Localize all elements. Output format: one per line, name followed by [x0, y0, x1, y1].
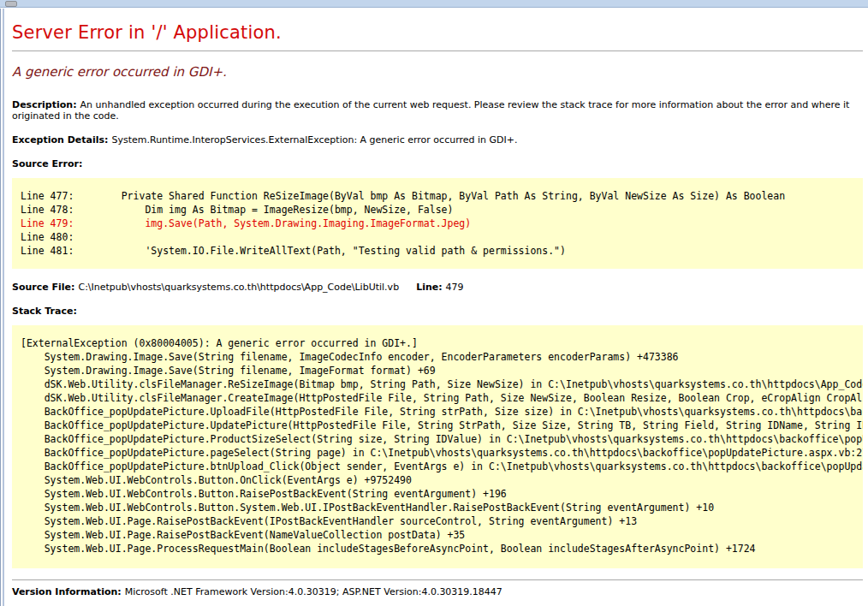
asp-net-error-page: Server Error in '/' Application. A gener… [4, 9, 868, 606]
line-number-value: 479 [446, 282, 464, 293]
line-number-label: Line: [416, 282, 442, 293]
description-label: Description: [12, 99, 77, 110]
source-error-lines-before: Line 477: Private Shared Function ReSize… [21, 189, 863, 217]
exception-details-label: Exception Details: [12, 134, 108, 146]
page-subtitle: A generic error occurred in GDI+. [12, 64, 863, 80]
version-information-text: Microsoft .NET Framework Version:4.0.303… [125, 586, 502, 597]
browser-collapse-button[interactable] [5, 1, 17, 7]
stack-trace-block: [ExternalException (0x80004005): A gener… [12, 325, 863, 568]
title-divider [12, 50, 863, 51]
stack-trace-lines: [ExternalException (0x80004005): A gener… [21, 336, 863, 556]
stack-trace-heading: Stack Trace: [12, 306, 863, 317]
stack-trace-label: Stack Trace: [12, 306, 77, 317]
source-error-heading: Source Error: [12, 158, 863, 169]
source-error-lines-after: Line 480: Line 481: 'System.IO.File.Writ… [21, 230, 863, 258]
exception-details-line: Exception Details:System.Runtime.Interop… [12, 134, 863, 146]
source-file-line: Source File:C:\Inetpub\vhosts\quarksyste… [12, 282, 863, 293]
footer-divider [12, 579, 863, 580]
version-information-line: Version Information:Microsoft .NET Frame… [12, 586, 863, 597]
source-file-label: Source File: [12, 282, 74, 293]
description-line: Description:An unhandled exception occur… [12, 99, 863, 122]
exception-details-text: System.Runtime.InteropServices.ExternalE… [111, 134, 517, 146]
source-error-label: Source Error: [12, 158, 82, 169]
source-file-path: C:\Inetpub\vhosts\quarksystems.co.th\htt… [78, 282, 399, 293]
version-information-label: Version Information: [12, 586, 122, 597]
description-text: An unhandled exception occurred during t… [12, 99, 849, 122]
browser-top-bar [0, 0, 868, 8]
page-title: Server Error in '/' Application. [12, 22, 863, 43]
source-error-highlighted-line: Line 479: img.Save(Path, System.Drawing.… [21, 217, 863, 230]
source-error-code-block: Line 477: Private Shared Function ReSize… [12, 178, 863, 269]
